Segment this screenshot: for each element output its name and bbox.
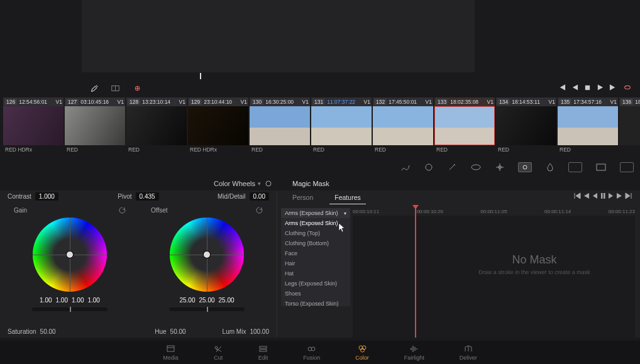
stop-icon[interactable] xyxy=(584,84,591,91)
offset-values[interactable]: 25.0025.0025.00 xyxy=(179,297,234,304)
wheels-mode-icon[interactable] xyxy=(265,180,272,187)
gain-color-wheel[interactable] xyxy=(33,218,107,292)
clip-thumbnail[interactable]: 13418:14:53:11V1 RED xyxy=(496,97,556,154)
clip-codec: RED xyxy=(373,145,433,154)
track-fwd-all-icon[interactable] xyxy=(625,192,632,199)
middetail-label: Mid/Detail xyxy=(218,193,245,200)
clip-thumbnail[interactable]: 13016:30:25:00V1 RED xyxy=(250,97,310,154)
mask-timeline-ruler[interactable]: 00:00:10:1100:00:10:2000:00:11:0500:00:1… xyxy=(353,207,635,216)
feature-option[interactable]: Arms (Exposed Skin) xyxy=(281,218,350,228)
clip-thumb-image[interactable] xyxy=(496,106,556,145)
clip-thumbnail[interactable]: 13111:07:37:22V1 RED xyxy=(311,97,372,154)
qualifier-icon[interactable] xyxy=(424,163,434,172)
tab-person[interactable]: Person xyxy=(287,191,318,204)
clip-timecode: 17:34:57:16 xyxy=(573,99,602,105)
clip-thumb-image[interactable] xyxy=(434,106,495,145)
offset-master-slider[interactable] xyxy=(169,307,245,311)
eyedropper-icon[interactable] xyxy=(91,84,99,92)
wand-icon[interactable] xyxy=(448,163,456,172)
scrub-playhead[interactable] xyxy=(200,73,201,79)
key-icon[interactable] xyxy=(568,162,582,172)
page-color[interactable]: Color xyxy=(355,344,369,361)
clip-thumb-image[interactable] xyxy=(250,106,310,145)
sizing-icon[interactable] xyxy=(596,163,606,171)
reset-icon[interactable] xyxy=(119,207,126,214)
page-media[interactable]: Media xyxy=(163,344,179,361)
offset-color-wheel[interactable] xyxy=(170,218,244,292)
clip-thumbnail[interactable]: 12813:23:10:14V1 RED xyxy=(126,97,187,154)
clip-thumbnail[interactable]: 13618:1V1 xyxy=(619,97,640,154)
feature-option[interactable]: Face xyxy=(281,248,350,258)
track-rev-one-icon[interactable] xyxy=(583,192,590,199)
clip-thumb-image[interactable] xyxy=(126,106,187,145)
feature-option[interactable]: Clothing (Bottom) xyxy=(281,238,350,248)
track-fwd-icon[interactable] xyxy=(608,192,614,199)
mask-track-area[interactable] xyxy=(353,216,635,338)
track-fwd-one-icon[interactable] xyxy=(616,192,623,199)
page-deliver[interactable]: Deliver xyxy=(460,344,477,361)
viewer-scrubber[interactable] xyxy=(82,74,475,79)
clip-thumb-image[interactable] xyxy=(188,106,248,145)
highlight-icon[interactable] xyxy=(133,85,141,92)
gain-values[interactable]: 1.001.001.001.00 xyxy=(40,297,100,304)
last-frame-icon[interactable] xyxy=(609,84,617,91)
feature-option[interactable]: Hair xyxy=(281,258,350,268)
clip-thumb-image[interactable] xyxy=(3,106,63,145)
step-back-icon[interactable] xyxy=(571,84,578,91)
clip-thumb-image[interactable] xyxy=(558,106,618,145)
curves-icon[interactable] xyxy=(400,163,411,172)
clip-timecode: 03:10:45:16 xyxy=(80,99,109,105)
middetail-value[interactable]: 0.00 xyxy=(250,192,269,201)
clip-thumbnail[interactable]: 12612:54:56:01V1 RED HDRx xyxy=(3,97,63,154)
saturation-value[interactable]: 50.00 xyxy=(40,328,56,335)
page-cut[interactable]: Cut xyxy=(214,344,223,361)
clip-thumb-image[interactable] xyxy=(619,106,640,145)
mask-oval-icon[interactable] xyxy=(470,163,482,171)
clip-thumbnail[interactable]: 12703:10:45:16V1 RED xyxy=(65,97,125,154)
clip-thumb-image[interactable] xyxy=(65,106,125,145)
tracker-icon[interactable] xyxy=(495,163,504,172)
contrast-value[interactable]: 1.000 xyxy=(35,192,58,201)
clip-thumbnail[interactable]: 13318:02:35:08V1 RED xyxy=(434,97,495,154)
color-wheels-label[interactable]: Color Wheels xyxy=(214,180,255,187)
tab-features[interactable]: Features xyxy=(329,191,365,204)
track-pause-icon[interactable] xyxy=(600,192,606,199)
feature-option[interactable]: Torso (Exposed Skin) xyxy=(281,299,350,309)
first-frame-icon[interactable] xyxy=(558,84,566,91)
clip-thumb-image[interactable] xyxy=(373,106,433,145)
lummix-value[interactable]: 100.00 xyxy=(250,328,269,335)
page-edit[interactable]: Edit xyxy=(258,344,268,361)
split-screen-icon[interactable] xyxy=(111,85,119,92)
clip-thumbnail[interactable]: 13217:45:50:01V1 RED xyxy=(373,97,433,154)
loop-icon[interactable] xyxy=(623,84,632,91)
feature-dropdown[interactable]: Arms (Exposed Skin)▾ Arms (Exposed Skin)… xyxy=(281,208,350,306)
feature-option[interactable]: Shoes xyxy=(281,289,350,299)
feature-dropdown-selected[interactable]: Arms (Exposed Skin)▾ xyxy=(281,208,350,218)
feature-option[interactable]: Legs (Exposed Skin) xyxy=(281,279,350,289)
track-rev-icon[interactable] xyxy=(592,192,598,199)
clip-thumbnail[interactable]: 13517:34:57:16V1 RED xyxy=(558,97,618,154)
clip-thumbnail[interactable]: 12923:10:44:10V1 RED HDRx xyxy=(188,97,248,154)
clip-header: 13217:45:50:01V1 xyxy=(373,97,433,106)
play-icon[interactable] xyxy=(597,84,604,91)
clip-codec: RED xyxy=(250,145,310,154)
mask-playhead[interactable] xyxy=(415,206,416,338)
hue-value[interactable]: 50.00 xyxy=(170,328,186,335)
chevron-down-icon[interactable]: ▾ xyxy=(258,180,261,187)
viewer-tool-row xyxy=(88,82,634,94)
blur-icon[interactable] xyxy=(546,163,554,172)
viewer[interactable] xyxy=(82,0,475,72)
thumbnail-timeline[interactable]: 12612:54:56:01V1 RED HDRx12703:10:45:16V… xyxy=(3,97,640,154)
magic-mask-icon[interactable] xyxy=(518,162,532,172)
gain-master-slider[interactable] xyxy=(32,307,108,311)
feature-option[interactable]: Clothing (Top) xyxy=(281,228,350,238)
svg-point-7 xyxy=(523,165,527,169)
clip-thumb-image[interactable] xyxy=(311,106,372,145)
feature-option[interactable]: Hat xyxy=(281,268,350,279)
page-fairlight[interactable]: Fairlight xyxy=(404,344,424,361)
page-fusion[interactable]: Fusion xyxy=(303,344,320,361)
three-d-icon[interactable] xyxy=(620,162,634,172)
track-rev-all-icon[interactable] xyxy=(573,192,581,199)
reset-icon[interactable] xyxy=(256,207,263,214)
pivot-value[interactable]: 0.435 xyxy=(136,192,159,201)
